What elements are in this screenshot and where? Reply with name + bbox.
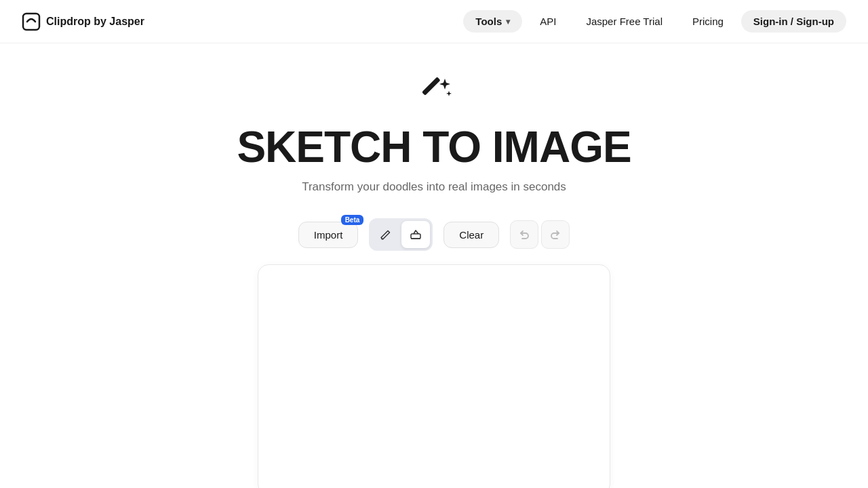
redo-button[interactable] [541,220,570,249]
page-title: SKETCH TO IMAGE [237,122,631,172]
clipdrop-logo-icon [22,12,41,31]
jasper-trial-label: Jasper Free Trial [586,16,663,27]
eraser-tool-button[interactable] [401,221,430,248]
api-label: API [540,16,556,27]
pencil-tool-button[interactable] [372,221,400,248]
svg-rect-4 [411,234,420,239]
clear-button[interactable]: Clear [443,222,499,248]
beta-badge: Beta [341,215,364,225]
redo-icon [549,228,561,241]
navbar-right: Tools ▾ API Jasper Free Trial Pricing Si… [463,10,846,33]
tools-button[interactable]: Tools ▾ [463,10,522,33]
signin-label: Sign-in / Sign-up [753,16,834,27]
undo-redo-group [510,220,570,249]
signin-button[interactable]: Sign-in / Sign-up [741,10,846,33]
svg-marker-3 [446,91,452,96]
magic-wand-icon [415,76,453,114]
svg-rect-0 [23,14,39,30]
draw-tools-group [369,218,433,251]
api-button[interactable]: API [528,10,568,33]
import-button[interactable]: Import [298,222,359,248]
undo-button[interactable] [510,220,538,249]
drawing-canvas[interactable] [258,264,610,488]
logo-text: Clipdrop by Jasper [46,16,144,28]
toolbar: Beta Import Clear [298,218,570,251]
svg-marker-2 [439,79,450,89]
pricing-label: Pricing [692,16,724,27]
svg-rect-1 [422,77,441,96]
eraser-icon [409,228,422,241]
undo-icon [518,228,530,241]
pricing-button[interactable]: Pricing [680,10,736,33]
main-content: SKETCH TO IMAGE Transform your doodles i… [0,43,868,488]
navbar: Clipdrop by Jasper Tools ▾ API Jasper Fr… [0,0,868,43]
jasper-trial-button[interactable]: Jasper Free Trial [574,10,675,33]
import-label: Import [314,229,343,241]
import-wrapper: Beta Import [298,222,359,248]
logo[interactable]: Clipdrop by Jasper [22,12,144,31]
tools-label: Tools [475,16,502,27]
pencil-icon [379,228,393,241]
page-subtitle: Transform your doodles into real images … [302,180,566,194]
chevron-down-icon: ▾ [506,17,510,26]
clear-label: Clear [459,229,484,241]
